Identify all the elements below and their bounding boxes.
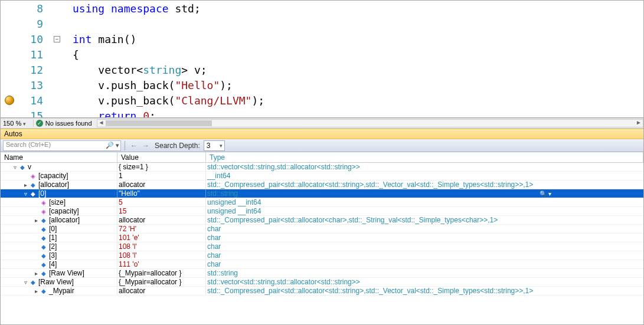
- cell-name[interactable]: ▸◆_Mypair: [1, 287, 117, 295]
- table-row[interactable]: ◆[2]108 'l'char: [1, 242, 643, 251]
- expand-toggle[interactable]: ▸: [22, 182, 29, 188]
- issues-indicator[interactable]: ✓ No issues found: [34, 120, 92, 127]
- header-name[interactable]: Name: [1, 152, 117, 162]
- cell-value[interactable]: 108 'l': [117, 251, 206, 260]
- cell-name[interactable]: ▸◆[allocator]: [1, 180, 117, 189]
- variable-icon: ◆: [40, 242, 48, 251]
- table-row[interactable]: ◆[1]101 'e'char: [1, 234, 643, 242]
- table-row[interactable]: ◈[capacity]15unsigned __int64: [1, 207, 643, 216]
- code-text[interactable]: v.push_back("Clang/LLVM");: [67, 94, 264, 107]
- cell-value[interactable]: 108 'l': [117, 242, 206, 251]
- table-row[interactable]: ◆[3]108 'l'char: [1, 251, 643, 260]
- search-depth-dropdown[interactable]: 3: [204, 140, 225, 151]
- cell-value[interactable]: 1: [117, 172, 206, 180]
- variable-icon: ◆: [40, 251, 48, 260]
- variable-name: [Raw View]: [49, 269, 84, 277]
- cell-value[interactable]: { size=1 }: [117, 163, 206, 171]
- code-line[interactable]: 10−int main(): [1, 31, 643, 47]
- cell-value[interactable]: 101 'e': [117, 234, 206, 242]
- cell-name[interactable]: ▿◆[Raw View]: [1, 278, 117, 286]
- table-row[interactable]: ◈[capacity]1__int64: [1, 172, 643, 180]
- table-row[interactable]: ◈[size]5unsigned __int64: [1, 198, 643, 207]
- cell-value[interactable]: 5: [117, 198, 206, 206]
- code-line[interactable]: 11{: [1, 47, 643, 62]
- cell-name[interactable]: ▿◆v: [1, 163, 117, 171]
- code-line[interactable]: 9: [1, 16, 643, 31]
- cell-value[interactable]: 111 'o': [117, 260, 206, 268]
- nav-back-button[interactable]: ←: [129, 140, 139, 151]
- fold-toggle-icon[interactable]: −: [54, 36, 60, 42]
- table-row[interactable]: ▿◆v{ size=1 }std::vector<std::string,std…: [1, 163, 643, 172]
- value-text: 72 'H': [119, 225, 136, 233]
- cell-type: char: [206, 260, 643, 268]
- search-icon[interactable]: 🔎 ▾: [106, 142, 119, 149]
- cell-value[interactable]: {_Mypair=allocator }: [117, 269, 206, 277]
- cell-value[interactable]: allocator: [117, 216, 206, 224]
- table-row[interactable]: ▸◆[allocator]allocatorstd::_Compressed_p…: [1, 216, 643, 225]
- code-line[interactable]: 15 return 0;: [1, 108, 643, 118]
- visualizer-icon[interactable]: 🔍 ▾: [540, 191, 551, 197]
- cell-type: std::_Compressed_pair<std::allocator<std…: [206, 287, 643, 295]
- variable-icon: ◆: [18, 163, 27, 171]
- cell-value[interactable]: 15: [117, 207, 206, 215]
- value-text: {_Mypair=allocator }: [119, 269, 181, 277]
- expand-toggle[interactable]: ▸: [32, 288, 40, 294]
- cell-name[interactable]: ◈[capacity]: [1, 172, 117, 180]
- cell-value[interactable]: 72 'H': [117, 225, 206, 233]
- code-text[interactable]: {: [67, 48, 79, 61]
- autos-grid-body[interactable]: ▿◆v{ size=1 }std::vector<std::string,std…: [1, 163, 643, 296]
- expand-toggle[interactable]: ▿: [22, 279, 29, 285]
- table-row[interactable]: ▿◆[0]"Hello"std::string🔍 ▾: [1, 189, 643, 198]
- header-type[interactable]: Type: [206, 152, 643, 162]
- breakpoint-gutter[interactable]: [1, 96, 18, 105]
- cell-name[interactable]: ▸◆[Raw View]: [1, 269, 117, 277]
- table-row[interactable]: ▿◆[Raw View]{_Mypair=allocator }std::vec…: [1, 278, 643, 287]
- cell-name[interactable]: ◆[0]: [1, 225, 117, 233]
- table-row[interactable]: ▸◆_Mypairallocatorstd::_Compressed_pair<…: [1, 287, 643, 296]
- cell-name[interactable]: ▿◆[0]: [1, 189, 117, 198]
- cell-name[interactable]: ◆[2]: [1, 242, 117, 251]
- table-row[interactable]: ▸◆[allocator]allocatorstd::_Compressed_p…: [1, 180, 643, 189]
- table-row[interactable]: ◆[0]72 'H'char: [1, 225, 643, 234]
- code-editor[interactable]: 8using namespace std;910−int main()11{12…: [1, 1, 643, 118]
- expand-toggle[interactable]: ▿: [11, 164, 18, 170]
- cell-name[interactable]: ◈[size]: [1, 198, 117, 206]
- zoom-dropdown[interactable]: 150 %: [1, 120, 34, 127]
- header-value[interactable]: Value: [117, 152, 206, 162]
- table-row[interactable]: ◆[4]111 'o'char: [1, 260, 643, 269]
- nav-forward-button[interactable]: →: [140, 140, 151, 151]
- variable-icon: ◆: [40, 260, 48, 268]
- cell-value[interactable]: allocator: [117, 180, 206, 189]
- variable-name: [3]: [49, 251, 57, 260]
- horizontal-scrollbar[interactable]: [97, 119, 643, 127]
- code-line[interactable]: 8using namespace std;: [1, 1, 643, 16]
- cell-value[interactable]: "Hello": [117, 189, 206, 198]
- search-placeholder: Search (Ctrl+E): [6, 141, 51, 148]
- search-input[interactable]: Search (Ctrl+E) 🔎 ▾: [3, 140, 121, 151]
- variable-icon: ◆: [40, 287, 48, 295]
- code-text[interactable]: return 0;: [67, 110, 156, 119]
- expand-toggle[interactable]: ▸: [32, 270, 40, 277]
- cell-name[interactable]: ◆[4]: [1, 260, 117, 268]
- cell-name[interactable]: ◆[1]: [1, 234, 117, 242]
- cell-name[interactable]: ◆[3]: [1, 251, 117, 260]
- code-line[interactable]: 13 v.push_back("Hello");: [1, 77, 643, 93]
- value-text: 108 'l': [119, 251, 137, 260]
- expand-toggle[interactable]: ▸: [32, 217, 40, 224]
- cell-name[interactable]: ▸◆[allocator]: [1, 216, 117, 224]
- toolbar-separator: [125, 141, 125, 150]
- cell-value[interactable]: allocator: [117, 287, 206, 295]
- code-text[interactable]: using namespace std;: [67, 2, 201, 15]
- cell-name[interactable]: ◈[capacity]: [1, 207, 117, 215]
- code-text[interactable]: v.push_back("Hello");: [67, 79, 233, 91]
- code-text[interactable]: vector<string> v;: [67, 64, 207, 76]
- scrollbar-thumb[interactable]: [106, 120, 212, 126]
- fold-gutter[interactable]: −: [54, 36, 63, 42]
- table-row[interactable]: ▸◆[Raw View]{_Mypair=allocator }std::str…: [1, 269, 643, 278]
- code-line[interactable]: 14 v.push_back("Clang/LLVM");: [1, 93, 643, 108]
- expand-toggle[interactable]: ▿: [22, 191, 29, 197]
- property-icon: ◈: [29, 172, 37, 180]
- code-line[interactable]: 12 vector<string> v;: [1, 62, 643, 77]
- code-text[interactable]: int main(): [67, 33, 136, 45]
- cell-value[interactable]: {_Mypair=allocator }: [117, 278, 206, 286]
